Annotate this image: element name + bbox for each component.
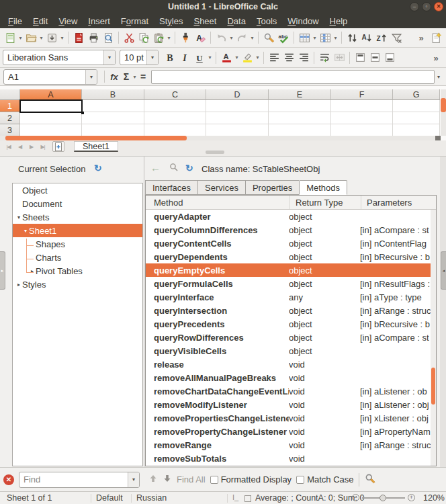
font-size-combo[interactable]: 10 pt ▾ bbox=[120, 50, 159, 65]
zoom-level[interactable]: 120% bbox=[423, 493, 445, 503]
formula-input[interactable] bbox=[151, 70, 435, 84]
search-icon[interactable] bbox=[169, 163, 179, 175]
tree-item-sheets[interactable]: ▾Sheets bbox=[13, 210, 142, 224]
highlight-color-button[interactable] bbox=[240, 50, 255, 65]
left-panel-grip[interactable]: ▸ bbox=[0, 251, 5, 290]
expand-formula-bar-icon[interactable]: ▾ bbox=[435, 74, 443, 80]
selection-fill-handle[interactable] bbox=[81, 112, 84, 114]
method-row[interactable]: removeChartDataChangeEventListener void … bbox=[146, 384, 431, 398]
method-row[interactable]: queryContentCells object [in] nContentFl… bbox=[146, 237, 431, 250]
sort-button[interactable] bbox=[345, 30, 359, 45]
find-next-icon[interactable] bbox=[163, 474, 172, 485]
method-row[interactable]: queryFormulaCells object [in] nResultFla… bbox=[146, 277, 431, 290]
page-style[interactable]: Default bbox=[96, 493, 123, 503]
clear-formatting-button[interactable]: A bbox=[193, 30, 208, 45]
method-row[interactable]: queryRowDifferences object [in] aCompare… bbox=[146, 331, 431, 344]
cell-E2[interactable] bbox=[269, 112, 331, 124]
font-color-button[interactable]: A bbox=[219, 50, 234, 65]
font-name-dropdown[interactable]: ▾ bbox=[103, 50, 115, 65]
tree-item-pivot-tables[interactable]: ▸Pivot Tables bbox=[13, 264, 142, 278]
column-header-method[interactable]: Method bbox=[146, 196, 290, 209]
clone-formatting-button[interactable] bbox=[178, 30, 193, 45]
save-button[interactable] bbox=[44, 30, 59, 45]
open-button[interactable] bbox=[24, 30, 38, 45]
sheet-info[interactable]: Sheet 1 of 1 bbox=[7, 493, 52, 503]
menu-file[interactable]: File bbox=[3, 15, 28, 28]
method-row[interactable]: queryDependents object [in] bRecursive :… bbox=[146, 250, 431, 263]
redo-button[interactable] bbox=[234, 30, 249, 45]
method-row[interactable]: queryEmptyCells object bbox=[146, 263, 431, 277]
methods-table-scrollbar[interactable] bbox=[431, 210, 436, 466]
new-dropdown[interactable]: ▾ bbox=[17, 35, 24, 41]
open-dropdown[interactable]: ▾ bbox=[38, 35, 44, 41]
wrap-text-button[interactable] bbox=[317, 50, 332, 65]
new-button[interactable] bbox=[3, 30, 17, 45]
corner-header[interactable] bbox=[0, 89, 20, 100]
row-header-1[interactable]: 1 bbox=[0, 100, 20, 112]
match-case-label[interactable]: Match Case bbox=[307, 474, 353, 485]
tab-interfaces[interactable]: Interfaces bbox=[145, 180, 197, 195]
menu-sheet[interactable]: Sheet bbox=[188, 15, 222, 28]
cell-G1[interactable] bbox=[393, 100, 440, 112]
column-header-parameters[interactable]: Parameters bbox=[361, 196, 436, 209]
tree-item-styles[interactable]: ▸Styles bbox=[13, 278, 142, 291]
formatted-display-checkbox[interactable] bbox=[210, 476, 218, 484]
align-left-button[interactable] bbox=[267, 50, 281, 65]
menu-styles[interactable]: Styles bbox=[154, 15, 188, 28]
cell-F3[interactable] bbox=[331, 124, 393, 136]
column-header-G[interactable]: G bbox=[393, 89, 440, 100]
menu-tools[interactable]: Tools bbox=[251, 15, 282, 28]
font-color-dropdown[interactable]: ▾ bbox=[234, 54, 240, 60]
cell-A2[interactable] bbox=[20, 112, 82, 124]
highlight-color-dropdown[interactable]: ▾ bbox=[255, 54, 261, 60]
method-row[interactable]: queryAdapter object bbox=[146, 210, 431, 223]
sort-ascending-button[interactable]: A bbox=[359, 30, 374, 45]
method-row[interactable]: removePropertiesChangeListener void [in]… bbox=[146, 411, 431, 425]
column-header-A[interactable]: A bbox=[20, 89, 82, 100]
horizontal-scrollbar-thumb[interactable] bbox=[5, 136, 187, 140]
tab-services[interactable]: Services bbox=[197, 180, 245, 195]
method-row[interactable]: queryVisibleCells object bbox=[146, 344, 431, 358]
tab-properties[interactable]: Properties bbox=[245, 180, 299, 195]
text-language[interactable]: Russian bbox=[136, 493, 167, 503]
sum-button[interactable]: Σ bbox=[121, 71, 132, 82]
align-right-button[interactable] bbox=[296, 50, 311, 65]
selection-stats[interactable]: Average: ; CountA: 0; Sum: 0 bbox=[255, 493, 364, 503]
underline-dropdown[interactable]: ▾ bbox=[207, 54, 213, 60]
toolbar-overflow-button[interactable]: » bbox=[429, 50, 443, 65]
maximize-button[interactable]: ▫ bbox=[422, 2, 431, 11]
tab-methods[interactable]: Methods bbox=[299, 180, 347, 195]
expander-icon[interactable]: ▸ bbox=[15, 282, 22, 288]
tree-item-sheet1[interactable]: ▾Sheet1 bbox=[13, 224, 142, 237]
font-size-dropdown[interactable]: ▾ bbox=[146, 50, 158, 65]
close-find-bar-icon[interactable]: ✕ bbox=[3, 474, 14, 485]
method-row[interactable]: removeRange void [in] aRange : struc bbox=[146, 438, 431, 452]
column-header-B[interactable]: B bbox=[82, 89, 144, 100]
find-and-replace-icon[interactable] bbox=[364, 472, 376, 487]
cell-F2[interactable] bbox=[331, 112, 393, 124]
menu-help[interactable]: Help bbox=[324, 15, 353, 28]
sheet-tab-sheet1[interactable]: Sheet1 bbox=[74, 141, 118, 152]
spelling-button[interactable]: abc bbox=[276, 30, 291, 45]
menu-insert[interactable]: Insert bbox=[83, 15, 116, 28]
tree-item-shapes[interactable]: Shapes bbox=[13, 237, 142, 251]
row-button[interactable] bbox=[297, 30, 312, 45]
refresh-selection-icon[interactable]: ↻ bbox=[94, 163, 102, 173]
menu-data[interactable]: Data bbox=[222, 15, 251, 28]
cell-G2[interactable] bbox=[393, 112, 440, 124]
right-panel-grip[interactable]: ◂ bbox=[441, 251, 446, 290]
function-wizard-button[interactable]: fx bbox=[107, 72, 121, 82]
align-vcenter-button[interactable] bbox=[367, 50, 382, 65]
cell-D1[interactable] bbox=[206, 100, 269, 112]
italic-button[interactable]: I bbox=[177, 50, 192, 65]
add-sheet-button[interactable] bbox=[52, 141, 64, 152]
align-bottom-button[interactable] bbox=[382, 50, 397, 65]
find-replace-button[interactable] bbox=[261, 30, 276, 45]
align-center-button[interactable] bbox=[281, 50, 296, 65]
menu-view[interactable]: View bbox=[53, 15, 83, 28]
name-box[interactable]: A1 ▾ bbox=[3, 69, 97, 85]
cell-B2[interactable] bbox=[82, 112, 144, 124]
first-sheet-button[interactable]: |◀ bbox=[3, 141, 14, 152]
column-header-D[interactable]: D bbox=[206, 89, 269, 100]
vertical-scrollbar[interactable] bbox=[441, 89, 446, 136]
